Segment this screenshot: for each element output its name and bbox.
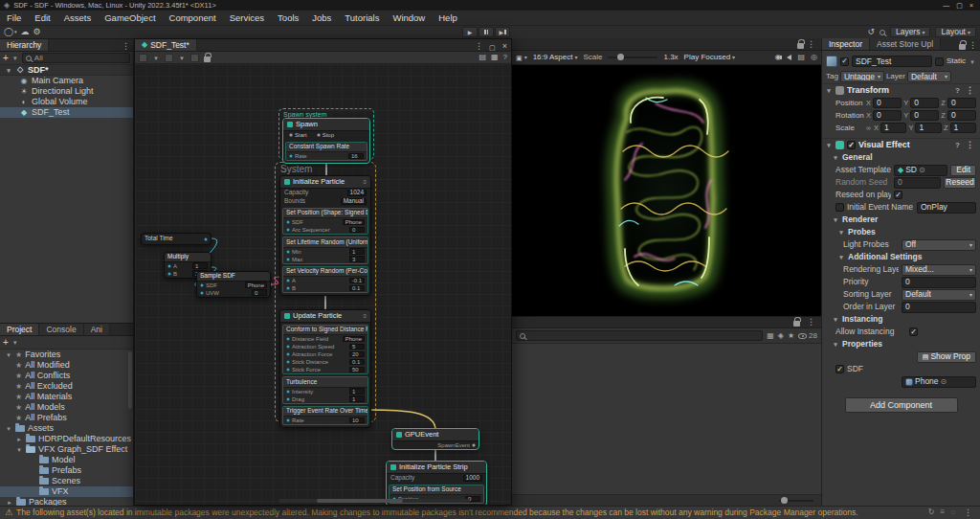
pause-button[interactable]	[479, 27, 494, 37]
axis-value-field[interactable]: 0	[947, 110, 976, 121]
stats-icon[interactable]: ▤	[797, 54, 805, 61]
visual-effect-component-header[interactable]: ▾ Visual Effect ? ⋮	[822, 138, 980, 151]
menu-item[interactable]: File	[0, 11, 28, 26]
axis-value-field[interactable]: 0	[910, 98, 939, 108]
kebab-icon[interactable]: ⋮	[119, 42, 133, 51]
close-icon[interactable]: ×	[499, 42, 511, 51]
lock-icon[interactable]	[959, 44, 966, 50]
folder-item[interactable]: ▸ HDRPDefaultResources	[0, 434, 133, 444]
favorite-item[interactable]: ★ All Excluded	[0, 381, 133, 392]
initial-event-field[interactable]: OnPlay	[917, 202, 976, 214]
project-tab[interactable]: Console	[39, 324, 83, 335]
vfx-node-gpuevent[interactable]: GPUEvent SpawnEvent	[391, 428, 479, 450]
project-search-input[interactable]	[516, 330, 763, 341]
hierarchy-item[interactable]: Directional Light	[0, 86, 133, 97]
node-menu-icon[interactable]: ≡	[363, 179, 367, 185]
instancing-foldout[interactable]: ▾Instancing	[822, 313, 980, 326]
menu-item[interactable]: Assets	[57, 11, 99, 26]
node-menu-icon[interactable]: ≡	[363, 313, 367, 319]
properties-foldout[interactable]: ▾Properties	[822, 338, 980, 350]
edit-button[interactable]: Edit	[950, 165, 976, 176]
favorites-header[interactable]: ▾ ★ Favorites	[0, 350, 133, 360]
scale-slider[interactable]	[608, 56, 657, 58]
port-icon[interactable]	[286, 228, 290, 232]
flow-port[interactable]: Stop	[317, 132, 334, 138]
menu-item[interactable]: Jobs	[305, 11, 338, 26]
menu-item[interactable]: Tutorials	[338, 11, 386, 26]
menu-item[interactable]: Edit	[28, 11, 56, 26]
port-icon[interactable]	[286, 397, 290, 401]
hierarchy-search-input[interactable]: All	[22, 53, 130, 63]
setting-dropdown[interactable]: Default	[902, 289, 976, 301]
kebab-icon[interactable]: ⋮	[472, 42, 486, 51]
setting-field[interactable]: 0	[902, 302, 976, 313]
probes-foldout[interactable]: ▾Probes	[822, 226, 980, 238]
vfx-block[interactable]: Conform to Signed Distance Field Distanc…	[282, 325, 368, 375]
reseed-button[interactable]: Reseed	[944, 177, 976, 189]
kebab-icon[interactable]: ⋮	[804, 318, 818, 327]
add-object-button[interactable]: +	[3, 54, 9, 63]
play-button[interactable]: ▶	[462, 27, 478, 37]
axis-value-field[interactable]: 1	[880, 123, 906, 133]
blackboard-icon[interactable]: ▤	[479, 54, 486, 61]
scene-header[interactable]: ▾ SDF*	[0, 65, 133, 76]
value-field[interactable]: Phone	[343, 219, 365, 226]
maximize-icon[interactable]: ▢	[956, 2, 963, 9]
favorite-item[interactable]: ★ All Conflicts	[0, 371, 133, 381]
menu-item[interactable]: Window	[386, 11, 432, 26]
menu-item[interactable]: Component	[163, 11, 223, 26]
hierarchy-item[interactable]: Global Volume	[0, 97, 133, 107]
value-field[interactable]: 1	[349, 395, 365, 402]
menu-item[interactable]: Services	[223, 11, 271, 26]
layers-dropdown[interactable]: Layers	[890, 27, 931, 37]
axis-value-field[interactable]: 0	[873, 98, 902, 108]
port-icon[interactable]	[204, 237, 208, 241]
layer-dropdown[interactable]: Default	[907, 71, 951, 82]
favorite-item[interactable]: ★ All Prefabs	[0, 413, 133, 423]
value-field[interactable]: -0.1	[349, 278, 365, 284]
vfx-node-spawn[interactable]: Spawn StartStop Constant Spawn Rate Rate…	[282, 118, 370, 164]
object-picker-icon[interactable]: ⊙	[919, 167, 925, 174]
inspector-tab[interactable]: Inspector	[822, 38, 870, 50]
value-field[interactable]: 50	[349, 367, 365, 373]
horizontal-scrollbar[interactable]	[278, 499, 470, 503]
vfx-block[interactable]: Constant Spawn Rate Rate16	[285, 142, 368, 162]
search-by-label-icon[interactable]: ◈	[778, 332, 784, 340]
port-icon[interactable]	[200, 283, 204, 287]
scrollbar[interactable]	[128, 351, 132, 409]
vfx-block[interactable]: Set Position (Shape: Signed Distance Fie…	[282, 208, 368, 236]
kebab-icon[interactable]: ⋮	[963, 86, 977, 95]
light-probes-dropdown[interactable]: Off	[902, 239, 976, 251]
vfx-node-update-particle[interactable]: Update Particle≡ Conform to Signed Dista…	[279, 309, 371, 428]
favorite-item[interactable]: ★ All Modified	[0, 360, 133, 371]
folder-item[interactable]: ▸ Packages	[0, 497, 133, 506]
value-field[interactable]: 0	[349, 227, 365, 234]
value-field[interactable]: 16	[348, 153, 364, 160]
favorite-item[interactable]: ★ All Models	[0, 402, 133, 413]
attach-icon[interactable]	[190, 54, 199, 62]
setting-dropdown[interactable]: Mixed...	[902, 264, 976, 276]
icon-size-slider[interactable]	[779, 500, 813, 502]
favorite-search-icon[interactable]: ★	[788, 332, 794, 340]
folder-item[interactable]: Scenes	[0, 476, 133, 486]
search-by-type-icon[interactable]: ▦	[767, 332, 774, 340]
undo-history-icon[interactable]: ↺	[867, 28, 875, 36]
vfx-operator-sample-sdf[interactable]: Sample SDF SDFPhone UVW0	[196, 271, 271, 298]
account-icon[interactable]: ◯▾	[4, 28, 17, 36]
setting-value[interactable]: Manual	[341, 198, 367, 205]
value-field[interactable]: 5	[349, 344, 365, 350]
vfx-block[interactable]: Trigger Event Rate Over Time Rate10	[282, 406, 368, 426]
vfx-graph-tab[interactable]: ◆ SDF_Test*	[135, 39, 197, 51]
tag-dropdown[interactable]: Untagged	[840, 71, 884, 82]
status-message[interactable]: The following asset(s) located in immuta…	[16, 508, 924, 517]
value-field[interactable]: 10	[349, 417, 365, 424]
game-viewport[interactable]	[512, 65, 821, 316]
static-checkbox[interactable]	[935, 57, 944, 66]
folder-item[interactable]: Model	[0, 455, 133, 465]
allow-instancing-checkbox[interactable]	[909, 327, 918, 336]
general-foldout[interactable]: ▾General	[822, 151, 980, 164]
port-icon[interactable]	[286, 286, 290, 290]
vfx-node-initialize-particle[interactable]: Initialize Particle≡ Capacity1024BoundsM…	[279, 175, 371, 296]
sdf-property-checkbox[interactable]	[835, 365, 844, 373]
create-asset-button[interactable]: +	[3, 338, 9, 348]
